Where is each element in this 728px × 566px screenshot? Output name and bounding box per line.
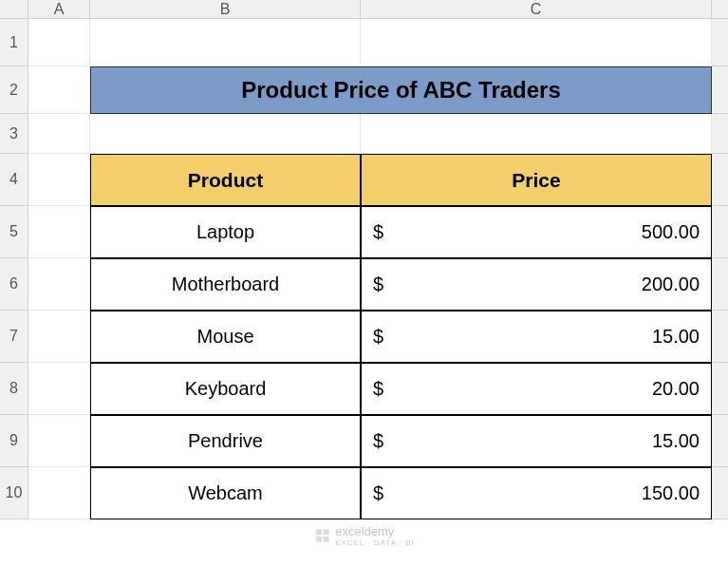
price-value: 15.00 [652,430,700,452]
currency-symbol: $ [373,274,383,295]
currency-symbol: $ [373,430,383,452]
col-header-c[interactable]: C [361,0,712,19]
watermark-icon [313,527,330,544]
cell-a6[interactable] [28,258,90,311]
row-header-2[interactable]: 2 [0,66,28,114]
cell-edge-5 [712,206,728,258]
col-header-b[interactable]: B [90,0,361,19]
currency-symbol: $ [373,221,383,243]
row-header-7[interactable]: 7 [0,311,28,363]
col-header-edge [712,0,728,19]
product-cell-1[interactable]: Motherboard [90,258,361,311]
spreadsheet-grid: A B C 1 2 Product Price of ABC Traders 3… [0,0,728,519]
currency-symbol: $ [373,482,383,504]
cell-edge-8 [712,363,728,415]
row-header-8[interactable]: 8 [0,363,28,415]
cell-a2[interactable] [28,66,90,114]
product-cell-0[interactable]: Laptop [90,206,361,258]
cell-b3[interactable] [90,114,361,154]
price-value: 150.00 [642,482,700,504]
currency-symbol: $ [373,326,383,348]
cell-edge-2 [712,66,728,114]
title-cell[interactable]: Product Price of ABC Traders [90,66,712,114]
cell-a10[interactable] [28,467,90,519]
cell-a9[interactable] [28,415,90,467]
price-value: 500.00 [642,221,700,243]
watermark-main: exceldemy [335,524,415,538]
cell-edge-7 [712,311,728,363]
row-header-4[interactable]: 4 [0,154,28,206]
cell-a3[interactable] [28,114,90,154]
cell-a7[interactable] [28,311,90,363]
cell-a4[interactable] [28,154,90,206]
row-header-3[interactable]: 3 [0,114,28,154]
product-cell-4[interactable]: Pendrive [90,415,361,467]
product-cell-5[interactable]: Webcam [90,467,361,519]
cell-c3[interactable] [361,114,712,154]
cell-edge-3 [712,114,728,154]
row-header-6[interactable]: 6 [0,258,28,311]
price-value: 15.00 [652,326,700,348]
price-cell-4[interactable]: $ 15.00 [361,415,712,467]
product-cell-3[interactable]: Keyboard [90,363,361,415]
row-header-1[interactable]: 1 [0,19,28,66]
row-header-9[interactable]: 9 [0,415,28,467]
cell-a5[interactable] [28,206,90,258]
cell-edge-10 [712,467,728,519]
price-cell-1[interactable]: $ 200.00 [361,258,712,311]
row-header-10[interactable]: 10 [0,467,28,519]
price-value: 200.00 [642,274,700,295]
select-all-corner[interactable] [0,0,28,19]
watermark-sub: EXCEL · DATA · BI [335,538,415,547]
svg-rect-1 [323,529,328,535]
currency-symbol: $ [373,378,383,400]
product-cell-2[interactable]: Mouse [90,311,361,363]
cell-b1[interactable] [90,19,361,66]
svg-rect-2 [315,537,321,542]
svg-rect-3 [323,537,328,542]
cell-c1[interactable] [361,19,712,66]
price-cell-3[interactable]: $ 20.00 [361,363,712,415]
price-cell-2[interactable]: $ 15.00 [361,311,712,363]
price-cell-5[interactable]: $ 150.00 [361,467,712,519]
price-header[interactable]: Price [361,154,712,206]
svg-rect-0 [315,529,321,535]
price-value: 20.00 [652,378,700,400]
cell-edge-1 [712,19,728,66]
cell-a8[interactable] [28,363,90,415]
cell-edge-9 [712,415,728,467]
cell-edge-6 [712,258,728,311]
watermark: exceldemy EXCEL · DATA · BI [313,524,415,547]
col-header-a[interactable]: A [28,0,90,19]
cell-edge-4 [712,154,728,206]
price-cell-0[interactable]: $ 500.00 [361,206,712,258]
row-header-5[interactable]: 5 [0,206,28,258]
product-header[interactable]: Product [90,154,361,206]
cell-a1[interactable] [28,19,90,66]
